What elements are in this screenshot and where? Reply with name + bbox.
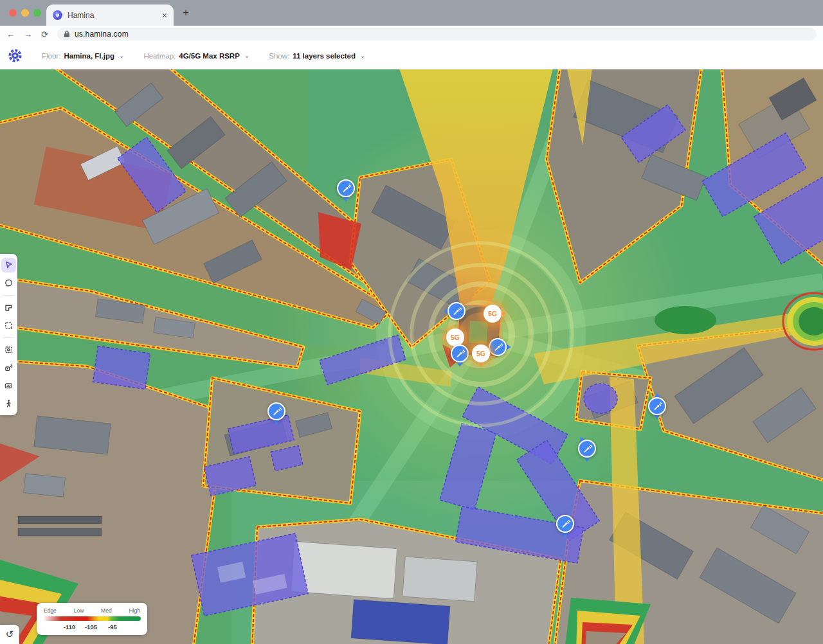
- switch-tool[interactable]: [1, 379, 16, 393]
- floorplan-icon: [4, 345, 14, 355]
- ap-marker[interactable]: [451, 344, 469, 362]
- antenna-icon: [337, 179, 355, 197]
- area-select-tool[interactable]: [1, 318, 16, 333]
- legend-value: -95: [108, 623, 117, 631]
- undo-icon: ↺: [6, 629, 14, 640]
- lock-icon: [64, 30, 70, 38]
- show-value: 11 layers selected: [293, 52, 356, 60]
- ap-marker[interactable]: [448, 302, 466, 320]
- wall-corner-icon: [4, 303, 14, 312]
- hamina-toolbar: Floor: Hamina, Fl.jpg ⌄ Heatmap: 4G/5G M…: [0, 42, 823, 69]
- ap-marker[interactable]: [578, 440, 596, 458]
- ap-marker[interactable]: [556, 515, 574, 533]
- legend-label-high: High: [129, 607, 140, 614]
- new-tab-button[interactable]: +: [183, 6, 189, 19]
- legend-value: -110: [64, 623, 76, 631]
- sidebar-divider: [3, 337, 14, 338]
- chevron-down-icon: ⌄: [119, 52, 124, 59]
- show-label: Show:: [269, 52, 289, 60]
- chevron-down-icon: ⌄: [244, 52, 249, 59]
- radio-5g-marker[interactable]: 5G: [472, 344, 490, 362]
- antenna-icon: [267, 402, 285, 420]
- radio-5g-marker[interactable]: 5G: [446, 328, 464, 346]
- antenna-icon: [489, 338, 507, 356]
- legend-value: -105: [85, 623, 97, 631]
- browser-tab[interactable]: Hamina ×: [46, 4, 174, 26]
- legend-label-edge: Edge: [44, 607, 57, 614]
- radio-5g-label: 5G: [472, 344, 490, 362]
- hamina-logo-icon: [8, 48, 23, 63]
- radio-5g-marker[interactable]: 5G: [484, 305, 502, 323]
- ap-marker[interactable]: [337, 179, 355, 197]
- antenna-icon: [578, 440, 596, 458]
- ap-marker[interactable]: [489, 338, 507, 356]
- tab-close-icon[interactable]: ×: [162, 11, 167, 20]
- window-zoom-button[interactable]: [33, 9, 41, 17]
- signal-legend: Edge Low Med High -110-105-95: [37, 603, 147, 635]
- radio-5g-label: 5G: [446, 328, 464, 346]
- map-scene: [0, 69, 823, 644]
- select-tool[interactable]: [1, 258, 16, 273]
- antenna-icon: [648, 397, 666, 415]
- floorplan-tool[interactable]: [1, 343, 16, 357]
- undo-button[interactable]: ↺: [0, 625, 19, 644]
- radio-5g-label: 5G: [484, 305, 502, 323]
- chevron-down-icon: ⌄: [360, 52, 365, 59]
- walking-person-tool[interactable]: [1, 397, 16, 411]
- comment-tool[interactable]: [1, 276, 16, 291]
- network-switch-icon: [4, 381, 14, 391]
- heatmap-value: 4G/5G Max RSRP: [179, 52, 240, 60]
- wall-tool[interactable]: [1, 300, 16, 315]
- marquee-icon: [4, 321, 14, 330]
- tab-title: Hamina: [68, 11, 157, 20]
- ap-marker[interactable]: [267, 402, 285, 420]
- back-icon[interactable]: ←: [6, 30, 15, 39]
- window-close-button[interactable]: [9, 9, 17, 17]
- address-bar[interactable]: us.hamina.com: [57, 28, 817, 40]
- floor-dropdown[interactable]: Floor: Hamina, Fl.jpg ⌄: [42, 52, 124, 60]
- reload-icon[interactable]: ⟳: [41, 30, 48, 39]
- access-point-tool[interactable]: [1, 361, 16, 375]
- browser-tab-strip: Hamina × +: [0, 0, 823, 26]
- access-point-icon: [4, 363, 14, 373]
- legend-labels: Edge Low Med High: [43, 607, 141, 614]
- antenna-icon: [556, 515, 574, 533]
- browser-url-row: ← → ⟳ us.hamina.com: [0, 26, 823, 42]
- legend-values: -110-105-95: [43, 623, 141, 631]
- sidebar-divider: [3, 295, 14, 296]
- forward-icon[interactable]: →: [24, 30, 32, 39]
- heatmap-label: Heatmap:: [143, 52, 176, 60]
- antenna-icon: [448, 302, 466, 320]
- url-text: us.hamina.com: [75, 30, 129, 39]
- comment-bubble-icon: [4, 278, 14, 288]
- map-canvas[interactable]: 5G5G 5G: [0, 69, 823, 644]
- heatmap-dropdown[interactable]: Heatmap: 4G/5G Max RSRP ⌄: [143, 52, 249, 60]
- legend-label-med: Med: [101, 607, 112, 614]
- legend-gradient-bar: [43, 616, 141, 621]
- layers-dropdown[interactable]: Show: 11 layers selected ⌄: [269, 52, 365, 60]
- tool-sidebar: [0, 254, 17, 415]
- hamina-favicon-icon: [53, 10, 62, 20]
- floor-value: Hamina, Fl.jpg: [64, 52, 114, 60]
- ap-marker[interactable]: [648, 397, 666, 415]
- legend-label-low: Low: [74, 607, 84, 614]
- floor-label: Floor:: [42, 52, 60, 60]
- window-minimize-button[interactable]: [21, 9, 29, 17]
- cursor-icon: [4, 260, 14, 270]
- walking-person-icon: [4, 399, 14, 409]
- antenna-icon: [451, 344, 469, 362]
